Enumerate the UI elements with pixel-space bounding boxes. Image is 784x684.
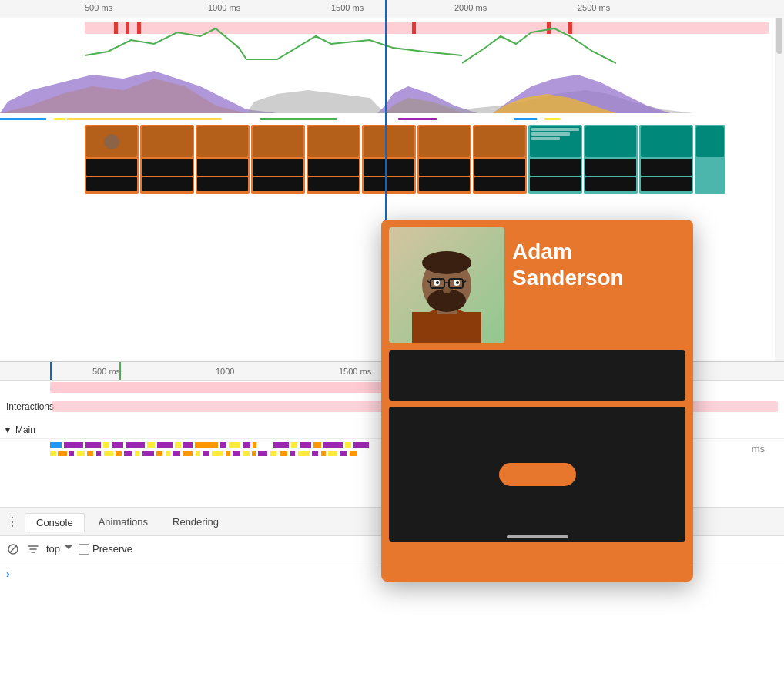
svg-rect-50: [270, 451, 276, 456]
thumbnail-teal-1: [528, 125, 582, 194]
dropdown-arrow-icon: [65, 545, 72, 553]
svg-rect-40: [173, 451, 180, 456]
tab-console[interactable]: Console: [25, 513, 85, 532]
thumbnail-teal-4-partial: [695, 125, 725, 194]
checkbox-icon[interactable]: [79, 544, 89, 555]
ruler2-mark-1000: 1000: [216, 367, 234, 376]
svg-rect-52: [290, 451, 295, 456]
svg-rect-5: [50, 442, 62, 448]
ruler-mark-2500: 2500 ms: [578, 3, 610, 12]
svg-rect-18: [243, 442, 250, 448]
tab-animations[interactable]: Animations: [88, 513, 159, 531]
svg-rect-19: [253, 442, 256, 448]
thumbnail-5: [307, 125, 360, 194]
svg-rect-16: [220, 442, 226, 448]
thumbnail-2: [140, 125, 194, 194]
svg-rect-27: [50, 451, 56, 456]
svg-rect-26: [353, 442, 369, 448]
tab-rendering[interactable]: Rendering: [162, 513, 230, 531]
filter-icon[interactable]: [26, 542, 40, 556]
svg-rect-21: [291, 442, 297, 448]
colored-lines: [0, 117, 762, 121]
svg-rect-36: [135, 451, 139, 456]
svg-rect-13: [175, 442, 181, 448]
svg-rect-23: [313, 442, 321, 448]
svg-rect-38: [156, 451, 162, 456]
triangle-icon: ▼: [0, 424, 12, 435]
svg-rect-48: [252, 451, 256, 456]
vertical-scrollbar[interactable]: [775, 0, 784, 361]
svg-rect-9: [112, 442, 123, 448]
svg-rect-31: [87, 451, 93, 456]
popup-scrollbar[interactable]: [507, 535, 568, 538]
interactions-label: Interactions: [0, 401, 50, 412]
svg-rect-55: [321, 451, 326, 456]
green-waveform: [85, 25, 462, 67]
svg-rect-65: [412, 312, 481, 343]
svg-rect-44: [212, 451, 223, 456]
thumbnail-teal-3: [639, 125, 693, 194]
thumbnail-strip: [85, 125, 725, 194]
svg-point-72: [436, 281, 439, 284]
thumbnail-8: [473, 125, 527, 194]
context-selector[interactable]: top: [46, 543, 72, 555]
ruler-mark-2000: 2000 ms: [454, 3, 487, 12]
svg-rect-39: [166, 451, 170, 456]
popup-photo-inner: [389, 227, 504, 343]
popup-name: Adam Sanderson: [512, 231, 685, 290]
svg-rect-29: [69, 451, 74, 456]
svg-rect-25: [345, 442, 351, 448]
preserve-label: Preserve: [92, 543, 132, 555]
main-label: Main: [12, 424, 35, 435]
clear-console-icon[interactable]: [6, 542, 20, 556]
svg-line-62: [10, 545, 17, 552]
svg-rect-57: [340, 451, 347, 456]
ruler-mark-500: 500 ms: [85, 3, 112, 12]
svg-rect-41: [183, 451, 193, 456]
svg-rect-28: [58, 451, 67, 456]
more-options-icon[interactable]: ⋮: [6, 515, 22, 529]
prompt-arrow-icon[interactable]: ›: [6, 568, 10, 580]
popup-content-bar1: [389, 350, 685, 401]
popup-name-line1: Adam: [512, 240, 572, 263]
svg-rect-33: [104, 451, 113, 456]
svg-rect-56: [328, 451, 337, 456]
svg-rect-24: [323, 442, 343, 448]
ruler-mark-1000: 1000 ms: [208, 3, 240, 12]
svg-rect-11: [147, 442, 155, 448]
ruler-mark-1500: 1500 ms: [331, 3, 364, 12]
area-chart: [0, 63, 762, 117]
svg-rect-54: [312, 451, 318, 456]
svg-point-79: [443, 287, 451, 293]
thumbnail-7: [417, 125, 471, 194]
svg-rect-32: [96, 451, 101, 456]
svg-rect-12: [157, 442, 173, 448]
popup-card: Adam Sanderson: [381, 220, 693, 582]
ruler2-mark-1500: 1500 ms: [339, 367, 371, 376]
thumbnail-4: [251, 125, 305, 194]
svg-rect-6: [64, 442, 83, 448]
svg-rect-10: [126, 442, 145, 448]
svg-rect-45: [226, 451, 230, 456]
svg-rect-43: [203, 451, 209, 456]
svg-rect-58: [350, 451, 357, 456]
ms-text: ms: [752, 443, 765, 454]
popup-name-container: Adam Sanderson: [512, 227, 685, 290]
network-bar-2: [50, 382, 427, 393]
popup-header: Adam Sanderson: [389, 227, 685, 343]
svg-rect-34: [116, 451, 122, 456]
svg-rect-35: [124, 451, 132, 456]
svg-rect-14: [183, 442, 193, 448]
svg-rect-53: [298, 451, 310, 456]
svg-rect-49: [258, 451, 267, 456]
ruler2-mark-500: 500 ms: [92, 367, 120, 376]
thumbnail-3: [196, 125, 250, 194]
svg-rect-20: [273, 442, 289, 448]
svg-rect-8: [103, 442, 109, 448]
svg-rect-46: [233, 451, 240, 456]
svg-rect-17: [229, 442, 240, 448]
preserve-log-checkbox[interactable]: Preserve: [79, 543, 132, 555]
green-waveform-right: [462, 25, 616, 67]
popup-content-bar2: [389, 407, 685, 542]
thumbnail-teal-2: [584, 125, 638, 194]
